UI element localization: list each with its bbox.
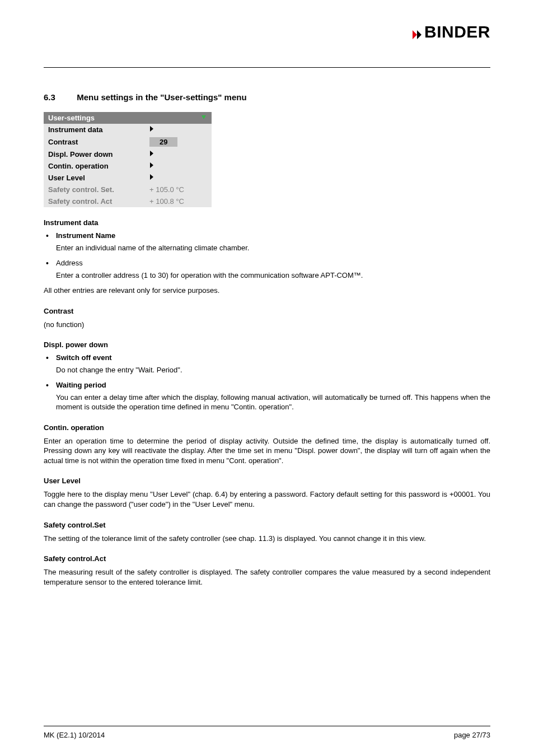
contrast-heading: Contrast [44, 307, 490, 315]
menu-row-value [145, 172, 212, 184]
contrast-block: Contrast (no function) [44, 307, 490, 330]
logo-icon [411, 28, 423, 43]
bullet-label: Address [56, 259, 83, 267]
menu-title: User-settings [48, 114, 95, 122]
svg-marker-0 [413, 30, 417, 39]
logo-text: BINDER [424, 22, 490, 41]
bullet-text: Enter an individual name of the alternat… [56, 243, 490, 253]
svg-marker-2 [202, 115, 206, 119]
safety-control-set-block: Safety control.Set The setting of the to… [44, 521, 490, 544]
footer-right: page 27/73 [454, 731, 490, 739]
svg-marker-4 [150, 151, 153, 156]
chevron-right-icon [149, 150, 154, 158]
menu-row-value [145, 148, 212, 160]
bullet-switch-off-event: Switch off event Do not change the entry… [44, 353, 490, 375]
sc-set-text: The setting of the tolerance limit of th… [44, 534, 490, 544]
sc-act-heading: Safety control.Act [44, 554, 490, 563]
bullet-waiting-period: Waiting period You can enter a delay tim… [44, 381, 490, 412]
displ-power-down-block: Displ. power down Switch off event Do no… [44, 340, 490, 412]
menu-row-value [145, 160, 212, 172]
contin-operation-block: Contin. operation Enter an operation tim… [44, 423, 490, 466]
instrument-data-tail: All other entries are relevant only for … [44, 286, 490, 296]
bullet-text: You can enter a delay time after which t… [56, 393, 490, 412]
svg-marker-1 [417, 30, 421, 39]
menu-row-label: Contrast [44, 136, 145, 148]
bullet-instrument-name: Instrument Name Enter an individual name… [44, 231, 490, 253]
contrast-value: 29 [149, 137, 177, 147]
divider-bottom [44, 726, 490, 726]
displ-pd-heading: Displ. power down [44, 340, 490, 349]
user-level-text: Toggle here to the display menu "User Le… [44, 489, 490, 509]
menu-row-label: Contin. operation [44, 160, 145, 172]
bullet-label: Switch off event [56, 353, 112, 362]
logo: BINDER [411, 22, 490, 43]
bullet-text: Do not change the entry "Wait. Period". [56, 365, 490, 375]
user-settings-menu: User-settings Instrument dataContrast29D… [44, 112, 212, 207]
footer-left: MK (E2.1) 10/2014 [44, 731, 105, 739]
chevron-right-icon [149, 174, 154, 182]
contin-op-text: Enter an operation time to determine the… [44, 436, 490, 466]
contrast-text: (no function) [44, 320, 490, 330]
chevron-right-icon [149, 125, 154, 134]
svg-marker-3 [150, 126, 153, 132]
svg-marker-6 [150, 174, 153, 180]
bullet-label: Waiting period [56, 381, 106, 389]
sc-act-text: The measuring result of the safety contr… [44, 567, 490, 587]
menu-row-value: 29 [145, 136, 212, 148]
bullet-label: Instrument Name [56, 231, 115, 240]
menu-row-value: + 100.8 °C [145, 195, 212, 207]
bullet-address: Address Enter a controller address (1 to… [44, 259, 490, 281]
menu-row-label: Safety control. Act [44, 195, 145, 207]
safety-control-act-block: Safety control.Act The measuring result … [44, 554, 490, 587]
menu-row-label: Safety control. Set. [44, 184, 145, 195]
menu-row-value: + 105.0 °C [145, 184, 212, 195]
menu-row-value [145, 124, 212, 136]
menu-row-label: Instrument data [44, 124, 145, 136]
user-level-block: User Level Toggle here to the display me… [44, 477, 490, 509]
footer: MK (E2.1) 10/2014 page 27/73 [44, 731, 490, 739]
svg-marker-5 [150, 162, 153, 168]
section-number: 6.3 [44, 92, 74, 102]
instrument-data-block: Instrument data Instrument Name Enter an… [44, 218, 490, 296]
menu-row-label: Displ. Power down [44, 148, 145, 160]
menu-title-cell: User-settings [44, 112, 212, 124]
bullet-text: Enter a controller address (1 to 30) for… [56, 270, 490, 281]
contin-op-heading: Contin. operation [44, 423, 490, 432]
down-arrow-icon [200, 114, 207, 122]
chevron-right-icon [149, 162, 154, 170]
menu-row-label: User Level [44, 172, 145, 184]
sc-set-heading: Safety control.Set [44, 521, 490, 529]
instrument-data-heading: Instrument data [44, 218, 490, 227]
user-level-heading: User Level [44, 477, 490, 485]
section-title: Menu settings in the "User-settings" men… [77, 92, 246, 102]
section-heading: 6.3 Menu settings in the "User-settings"… [44, 92, 490, 102]
